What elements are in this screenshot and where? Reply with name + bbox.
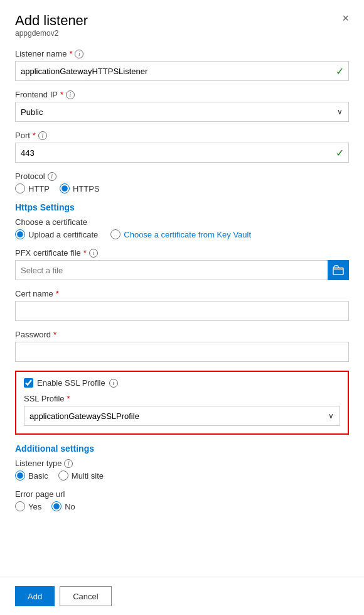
required-indicator: * xyxy=(60,90,63,99)
listener-type-label: Listener type i xyxy=(15,459,349,468)
cert-name-group: Cert name * xyxy=(15,289,349,321)
enable-ssl-profile-checkbox[interactable] xyxy=(24,378,33,388)
additional-settings-title: Additional settings xyxy=(15,444,349,454)
password-input[interactable] xyxy=(15,342,349,362)
pfx-file-input[interactable] xyxy=(15,260,328,280)
port-check-icon: ✓ xyxy=(336,147,344,159)
listener-type-info-icon[interactable]: i xyxy=(64,459,73,468)
required-indicator: * xyxy=(69,49,72,58)
listener-name-group: Listener name * i ✓ xyxy=(15,49,349,81)
cert-name-input[interactable] xyxy=(15,301,349,321)
port-input[interactable] xyxy=(15,143,349,163)
close-button[interactable]: × xyxy=(342,13,349,24)
protocol-http-radio[interactable] xyxy=(15,183,25,193)
footer: Add Cancel xyxy=(0,577,364,615)
listener-type-radio-group: Basic Multi site xyxy=(15,471,349,481)
cert-keyvault-option[interactable]: Choose a certificate from Key Vault xyxy=(110,229,251,239)
frontend-ip-info-icon[interactable]: i xyxy=(66,90,75,99)
error-page-yes-label: Yes xyxy=(28,502,41,511)
ssl-profile-select-wrapper: applicationGatewaySSLProfile ∨ xyxy=(24,406,340,426)
listener-name-label: Listener name * i xyxy=(15,49,349,58)
listener-type-multisite-radio[interactable] xyxy=(58,471,68,481)
cert-keyvault-radio[interactable] xyxy=(110,229,120,239)
pfx-file-input-wrapper xyxy=(15,260,349,280)
protocol-group: Protocol i HTTP HTTPS xyxy=(15,171,349,193)
cert-upload-option[interactable]: Upload a certificate xyxy=(15,229,98,239)
pfx-file-browse-button[interactable] xyxy=(328,260,349,280)
cert-upload-radio[interactable] xyxy=(15,229,25,239)
frontend-ip-select[interactable]: Public Private xyxy=(15,102,349,122)
panel-subtitle: appgdemov2 xyxy=(15,29,88,38)
listener-name-input[interactable] xyxy=(15,61,349,81)
additional-settings-section: Additional settings Listener type i Basi… xyxy=(15,444,349,511)
password-label: Password * xyxy=(15,330,349,339)
cancel-button[interactable]: Cancel xyxy=(60,586,111,606)
protocol-http-label: HTTP xyxy=(28,184,50,193)
frontend-ip-label: Frontend IP * i xyxy=(15,90,349,99)
listener-type-group: Listener type i Basic Multi site xyxy=(15,459,349,481)
listener-type-basic-radio[interactable] xyxy=(15,471,25,481)
cert-upload-label: Upload a certificate xyxy=(28,230,98,239)
protocol-info-icon[interactable]: i xyxy=(48,172,56,181)
required-indicator: * xyxy=(56,289,59,298)
protocol-radio-group: HTTP HTTPS xyxy=(15,183,349,193)
error-page-url-radio-group: Yes No xyxy=(15,501,349,511)
required-indicator: * xyxy=(83,248,87,258)
listener-name-info-icon[interactable]: i xyxy=(75,50,83,58)
port-input-wrapper: ✓ xyxy=(15,143,349,163)
protocol-http-option[interactable]: HTTP xyxy=(15,183,50,193)
cert-name-label: Cert name * xyxy=(15,289,349,298)
pfx-cert-group: PFX certificate file * i xyxy=(15,248,349,280)
enable-ssl-profile-checkbox-group: Enable SSL Profile i xyxy=(24,378,340,388)
ssl-profile-select[interactable]: applicationGatewaySSLProfile xyxy=(24,406,340,426)
protocol-https-label: HTTPS xyxy=(73,184,100,193)
listener-type-multisite-label: Multi site xyxy=(72,471,104,481)
error-page-url-label: Error page url xyxy=(15,489,349,499)
frontend-ip-select-wrapper: Public Private ∨ xyxy=(15,102,349,122)
https-settings-section: Https Settings Choose a certificate Uplo… xyxy=(15,202,349,239)
listener-type-multisite-option[interactable]: Multi site xyxy=(58,471,104,481)
cert-keyvault-label: Choose a certificate from Key Vault xyxy=(124,230,251,239)
port-info-icon[interactable]: i xyxy=(38,131,47,140)
required-indicator: * xyxy=(67,394,70,403)
error-page-no-label: No xyxy=(65,502,75,511)
pfx-cert-label: PFX certificate file * i xyxy=(15,248,349,258)
listener-type-basic-option[interactable]: Basic xyxy=(15,471,48,481)
port-label: Port * i xyxy=(15,131,349,140)
error-page-url-group: Error page url Yes No xyxy=(15,489,349,511)
required-indicator: * xyxy=(33,131,36,140)
required-indicator: * xyxy=(53,330,56,339)
panel-title: Add listener xyxy=(15,13,88,29)
https-settings-title: Https Settings xyxy=(15,202,349,212)
listener-name-check-icon: ✓ xyxy=(336,65,344,77)
enable-ssl-profile-label: Enable SSL Profile xyxy=(37,378,105,388)
error-page-no-option[interactable]: No xyxy=(51,501,75,511)
ssl-profile-label: SSL Profile * xyxy=(24,394,340,403)
cert-radio-group: Upload a certificate Choose a certificat… xyxy=(15,229,349,239)
ssl-profile-select-group: SSL Profile * applicationGatewaySSLProfi… xyxy=(24,394,340,426)
ssl-profile-section: Enable SSL Profile i SSL Profile * appli… xyxy=(15,371,349,435)
port-group: Port * i ✓ xyxy=(15,131,349,163)
error-page-yes-radio[interactable] xyxy=(15,501,25,511)
error-page-yes-option[interactable]: Yes xyxy=(15,501,41,511)
password-group: Password * xyxy=(15,330,349,362)
protocol-https-radio[interactable] xyxy=(60,183,70,193)
error-page-no-radio[interactable] xyxy=(51,501,62,511)
pfx-cert-info-icon[interactable]: i xyxy=(89,249,98,258)
listener-type-basic-label: Basic xyxy=(28,471,48,481)
protocol-https-option[interactable]: HTTPS xyxy=(60,183,100,193)
frontend-ip-group: Frontend IP * i Public Private ∨ xyxy=(15,90,349,122)
add-button[interactable]: Add xyxy=(15,586,55,606)
enable-ssl-profile-info-icon[interactable]: i xyxy=(109,379,118,388)
choose-cert-label: Choose a certificate xyxy=(15,217,349,227)
protocol-label: Protocol i xyxy=(15,171,349,181)
listener-name-input-wrapper: ✓ xyxy=(15,61,349,81)
